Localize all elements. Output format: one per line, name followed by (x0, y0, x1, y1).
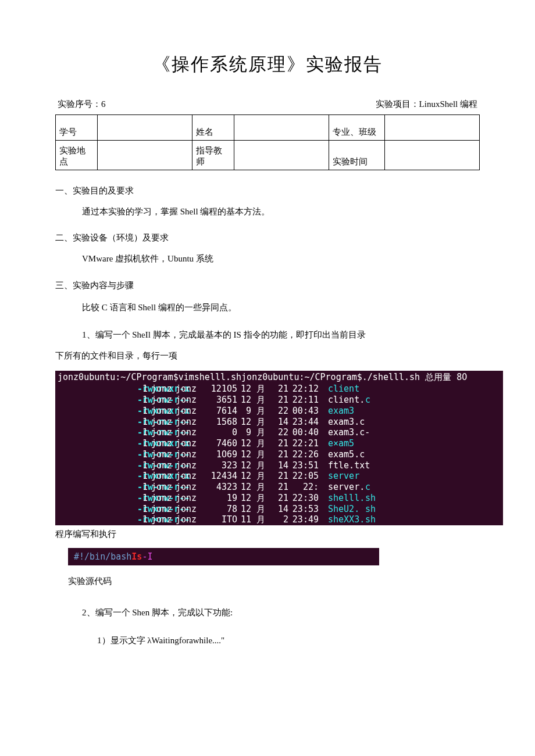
seq-label: 实验序号：6 (58, 99, 106, 110)
meta-row: 实验序号：6 实验项目：LinuxShell 编程 (55, 99, 480, 110)
code-cmd: Is (131, 551, 142, 562)
question-2a: 1）显示文字 λWaitingforawhile...." (97, 632, 480, 650)
section-3-p1: 比较 C 语言和 Shell 编程的一些异同点。 (82, 299, 480, 316)
page-title: 《操作系统原理》实验报告 (55, 52, 480, 77)
ls-row: -rwxrwxr-x1jonzjonz746012 月2122:21e×am5 (55, 438, 503, 449)
cell-teacher (234, 141, 329, 170)
section-2-para: VMware 虚拟机软件，Ubuntu 系统 (82, 252, 480, 267)
section-3-p2a: 1、编写一个 SheIl 脚本，完成最基本的 IS 指令的功能，即打印出当前目录 (82, 327, 480, 343)
ls-row: -rwxrwxr-x1jonzjonz121O512 月2122:12clien… (55, 384, 503, 395)
code-shebang: #!/bin/bash (74, 551, 131, 562)
code-block: #!/bin/bashIs-I (68, 548, 379, 565)
caption-src: 实验源代码 (68, 576, 480, 587)
terminal-header: jonz0ubuntu:~/CProgram$vimshelll.shjonz0… (55, 371, 503, 384)
cell-name-label: 姓名 (192, 115, 234, 141)
ls-row: -rw×rw-r--1jonzjonzITO11 月223:49sheXX3.s… (55, 514, 503, 525)
cell-place-label: 实验地点 (56, 141, 98, 170)
section-1-para: 通过本实验的学习，掌握 Shell 编程的基本方法。 (82, 205, 480, 220)
ls-row: -rw-rw-r--1jonzjonz32312 月1423:51ftle.tx… (55, 460, 503, 471)
ls-row: -rw-rw-r--1jonzjonz09 月2200:40exam3.c- (55, 427, 503, 438)
cell-class-label: 专业、班级 (329, 115, 385, 141)
ls-row: -rwxrw-r--1jonzjonz1912 月2122:30shelll.s… (55, 493, 503, 504)
code-opt: -I (142, 551, 152, 562)
ls-row: -rwxrw-r--1jonzjonz7812 月1423:53SheU2.sh (55, 504, 503, 515)
question-2: 2、编写一个 Shen 脚本，完成以下功能: (82, 604, 480, 621)
proj-label: 实验项目：LinuxShell 编程 (376, 99, 477, 110)
cell-place (97, 141, 192, 170)
cell-teacher-label: 指导教师 (192, 141, 234, 170)
cell-student-id (97, 115, 192, 141)
cell-name (234, 115, 329, 141)
cell-time (384, 141, 479, 170)
ls-row: -rwxrwxr-x1jonzjonz1243412 月2122:05serve… (55, 471, 503, 482)
ls-row: -rw-rw-r--1jonzjonz432312 月2122:server.c (55, 482, 503, 493)
ls-row: -rw-rw-r--1jonzjonz1O6912 月2122:26exam5.… (55, 449, 503, 460)
caption-run: 程序编写和执行 (55, 529, 480, 540)
cell-class (384, 115, 479, 141)
section-3-p2b: 下所有的文件和目录，每行一项 (55, 349, 480, 364)
section-2-heading: 二、实验设备（环境）及要求 (55, 232, 480, 243)
table-row: 学号 姓名 专业、班级 (56, 115, 480, 141)
cell-time-label: 实验时间 (329, 141, 385, 170)
terminal-output: jonz0ubuntu:~/CProgram$vimshelll.shjonz0… (55, 371, 503, 526)
ls-row: -rwxrwxr-x1jonzjonz76149 月2200:43exam3 (55, 406, 503, 417)
ls-row: -rw-rw-r--1jonzjonz365112 月2122:11client… (55, 395, 503, 406)
section-3-heading: 三、实验内容与步骤 (55, 280, 480, 291)
section-1-heading: 一、实验目的及要求 (55, 185, 480, 196)
cell-student-id-label: 学号 (56, 115, 98, 141)
ls-row: -rw-rw-r--1jonzjonz156812 月1423:44exam3.… (55, 417, 503, 428)
table-row: 实验地点 指导教师 实验时间 (56, 141, 480, 170)
info-table: 学号 姓名 专业、班级 实验地点 指导教师 实验时间 (55, 114, 480, 170)
